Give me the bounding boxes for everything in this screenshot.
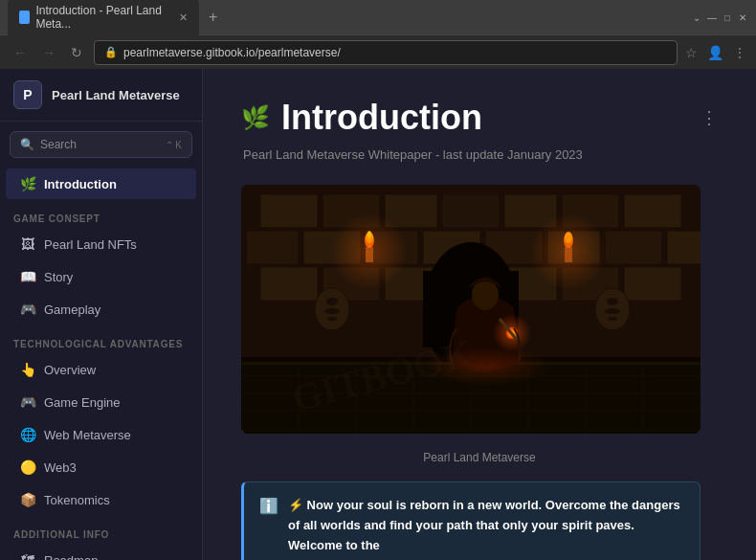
site-name: Pearl Land Metaverse: [52, 88, 180, 102]
section-label-tech: TECHNOLOGICAL ADVANTAGES: [0, 325, 202, 353]
new-tab-button[interactable]: +: [203, 9, 223, 26]
introduction-icon: 🌿: [19, 175, 36, 192]
page-subtitle: Pearl Land Metaverse Whitepaper - last u…: [243, 147, 718, 162]
sidebar: P Pearl Land Metaverse 🔍 Search ⌃ K 🌿 In…: [0, 69, 203, 560]
page-title-row: 🌿 Introduction ⋮: [241, 98, 718, 138]
story-icon: 📖: [19, 268, 36, 285]
overview-icon: 👆: [19, 361, 36, 378]
story-label: Story: [44, 270, 73, 284]
win-close-button[interactable]: ✕: [737, 11, 748, 23]
menu-icon[interactable]: ⋮: [733, 45, 746, 60]
introduction-label: Introduction: [44, 177, 117, 191]
svg-rect-9: [246, 231, 299, 264]
nav-refresh-button[interactable]: ↻: [67, 43, 86, 62]
section-label-game-consept: GAME CONSEPT: [0, 200, 202, 228]
sidebar-item-introduction[interactable]: 🌿 Introduction: [6, 168, 196, 199]
info-icon: ℹ️: [259, 497, 278, 555]
lock-icon: 🔒: [104, 46, 118, 58]
sidebar-item-gameplay[interactable]: 🎮 Gameplay: [6, 294, 196, 325]
tab-favicon: [19, 11, 30, 24]
image-caption: Pearl Land Metaverse: [241, 443, 718, 468]
main-content: 🌿 Introduction ⋮ Pearl Land Metaverse Wh…: [203, 69, 756, 560]
nav-back-button[interactable]: ←: [10, 43, 31, 62]
svg-point-62: [608, 317, 617, 321]
svg-rect-15: [605, 231, 662, 264]
overview-label: Overview: [44, 363, 96, 377]
sidebar-item-web-metaverse[interactable]: 🌐 Web Metaverse: [6, 419, 196, 450]
tab-close-button[interactable]: ✕: [179, 11, 188, 24]
address-bar: ← → ↻ 🔒 pearlmetaverse.gitbook.io/pearlm…: [0, 34, 756, 69]
game-image-container: GITBOOK: [241, 185, 700, 434]
svg-rect-16: [667, 231, 700, 264]
web3-label: Web3: [44, 460, 77, 475]
title-bar: Introduction - Pearl Land Meta... ✕ + ⌄ …: [0, 0, 756, 34]
sidebar-item-overview[interactable]: 👆 Overview: [6, 354, 196, 385]
web-metaverse-label: Web Metaverse: [44, 428, 131, 442]
pearl-land-nfts-icon: 🖼: [19, 235, 36, 253]
page-title: Introduction: [281, 98, 482, 138]
game-engine-icon: 🎮: [19, 393, 36, 411]
sidebar-search[interactable]: 🔍 Search ⌃ K: [10, 131, 192, 158]
bookmark-icon[interactable]: ☆: [685, 45, 698, 60]
svg-rect-5: [442, 194, 500, 228]
gameplay-icon: 🎮: [19, 301, 36, 318]
svg-rect-17: [260, 267, 318, 301]
game-screenshot: GITBOOK: [241, 185, 700, 434]
content-inner: 🌿 Introduction ⋮ Pearl Land Metaverse Wh…: [203, 69, 756, 560]
site-logo: P: [13, 80, 42, 109]
svg-point-34: [331, 213, 408, 290]
svg-point-56: [326, 298, 338, 305]
web3-icon: 🟡: [19, 459, 36, 476]
search-label: Search: [40, 138, 77, 151]
sidebar-item-story[interactable]: 📖 Story: [6, 261, 196, 292]
roadmap-label: Roadmap: [44, 553, 98, 561]
profile-icon[interactable]: 👤: [707, 45, 723, 60]
search-icon: 🔍: [20, 138, 34, 151]
svg-rect-2: [260, 194, 318, 228]
browser-tab[interactable]: Introduction - Pearl Land Meta... ✕: [8, 0, 199, 36]
page-title-icon: 🌿: [241, 104, 270, 131]
svg-point-60: [607, 298, 618, 305]
more-options-button[interactable]: ⋮: [700, 107, 718, 128]
url-bar[interactable]: 🔒 pearlmetaverse.gitbook.io/pearlmetaver…: [94, 40, 678, 65]
svg-point-61: [605, 308, 620, 314]
sidebar-item-roadmap[interactable]: 🗺 Roadmap: [6, 545, 196, 560]
info-text: ⚡ Now your soul is reborn in a new world…: [288, 496, 684, 555]
info-box: ℹ️ ⚡ Now your soul is reborn in a new wo…: [241, 482, 700, 560]
search-kbd: ⌃ K: [166, 140, 182, 150]
sidebar-item-tokenomics[interactable]: 📦 Tokenomics: [6, 484, 196, 515]
svg-point-35: [530, 213, 607, 290]
game-engine-label: Game Engine: [44, 395, 121, 410]
page-layout: P Pearl Land Metaverse 🔍 Search ⌃ K 🌿 In…: [0, 69, 756, 560]
address-bar-icons: ☆ 👤 ⋮: [685, 45, 746, 60]
sidebar-item-web3[interactable]: 🟡 Web3: [6, 452, 196, 482]
web-metaverse-icon: 🌐: [19, 426, 36, 443]
tokenomics-label: Tokenomics: [44, 493, 110, 507]
tokenomics-icon: 📦: [19, 491, 36, 508]
tab-title: Introduction - Pearl Land Meta...: [35, 4, 169, 31]
window-controls: ⌄ — □ ✕: [691, 11, 748, 23]
win-minimize-button[interactable]: —: [706, 11, 718, 23]
svg-rect-8: [624, 194, 681, 228]
win-maximize-button[interactable]: □: [722, 11, 733, 23]
gameplay-label: Gameplay: [44, 302, 100, 317]
section-label-additional: ADDITIONAL INFO: [0, 516, 202, 544]
svg-point-58: [327, 317, 337, 321]
nav-forward-button[interactable]: →: [38, 43, 59, 62]
svg-point-57: [324, 308, 340, 314]
svg-rect-23: [624, 267, 681, 301]
sidebar-item-game-engine[interactable]: 🎮 Game Engine: [6, 387, 196, 417]
svg-point-49: [472, 280, 499, 310]
sidebar-header: P Pearl Land Metaverse: [0, 69, 202, 122]
url-text: pearlmetaverse.gitbook.io/pearlmetaverse…: [123, 46, 341, 59]
sidebar-item-pearl-land-nfts[interactable]: 🖼 Pearl Land NFTs: [6, 229, 196, 259]
roadmap-icon: 🗺: [19, 551, 36, 560]
pearl-land-nfts-label: Pearl Land NFTs: [44, 237, 137, 252]
browser-chrome: Introduction - Pearl Land Meta... ✕ + ⌄ …: [0, 0, 756, 69]
win-chevron-button[interactable]: ⌄: [691, 11, 702, 23]
